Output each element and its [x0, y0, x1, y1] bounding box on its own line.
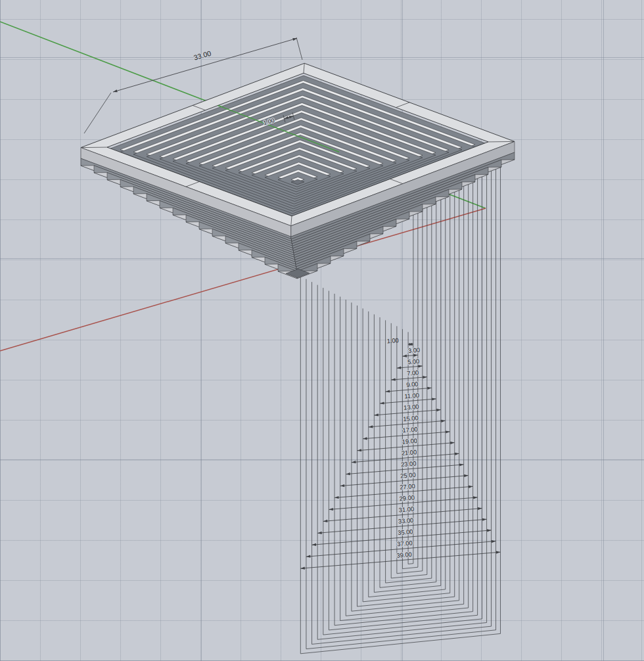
dimension-label: 1.00	[386, 337, 399, 344]
dimension-label: 5.00	[407, 358, 420, 365]
dimension-arrow	[352, 461, 356, 463]
dimension-arrow	[312, 543, 317, 546]
dimension-label: 19.00	[402, 438, 417, 445]
dimension-arrow	[403, 355, 407, 357]
dimension-arrow	[446, 430, 450, 433]
stepped-pyramid-model	[81, 63, 515, 279]
dimension-arrow	[436, 409, 441, 411]
dimension-line	[391, 377, 427, 380]
dimension-arrow	[340, 484, 345, 487]
dimension-label: 21.00	[402, 449, 417, 457]
dimension-arrow	[469, 486, 473, 488]
dimension-label: 29.00	[399, 494, 415, 502]
dimension-arrow	[423, 376, 427, 378]
curve-bottom-edge	[323, 619, 482, 635]
dimension-label: 27.00	[400, 483, 415, 491]
dimension-label: 31.00	[398, 506, 414, 514]
dimension-label: 9.00	[406, 380, 419, 388]
curve-bottom-edge	[317, 623, 486, 640]
dimension-arrow	[450, 442, 455, 444]
dimension-arrow	[427, 387, 432, 390]
cad-viewport[interactable]: 1.003.005.007.009.0011.0013.0015.0017.00…	[0, 0, 644, 661]
dimension-label: 23.00	[401, 460, 417, 468]
dimension-arrow	[292, 38, 297, 41]
dimension-arrow	[478, 507, 482, 510]
dimension-arrow	[391, 378, 396, 381]
dimension-arrow	[363, 437, 367, 440]
dimension-arrow	[323, 520, 328, 522]
dimension-arrow	[441, 420, 446, 422]
dimension-arrow	[113, 89, 118, 92]
top-edge-dimension-label: 33.00	[193, 49, 212, 62]
curve-bottom-edge	[306, 630, 496, 649]
dimension-arrow	[459, 463, 464, 466]
dimension-arrow	[317, 532, 322, 534]
curve-bottom-edge	[402, 567, 417, 568]
dimension-arrow	[482, 518, 487, 521]
curve-bottom-edge	[340, 608, 469, 621]
dimension-label: 17.00	[402, 426, 418, 434]
dimension-label: 37.00	[397, 539, 413, 547]
curve-bottom-edge	[408, 564, 413, 564]
dimension-arrow	[492, 540, 496, 543]
curve-bottom-edge	[352, 601, 459, 611]
dimension-label: 33.00	[398, 517, 414, 525]
dimension-label: 25.00	[400, 472, 416, 480]
dimension-label: 15.00	[403, 415, 419, 422]
dimension-line	[386, 388, 432, 392]
dimension-arrow	[357, 449, 362, 451]
dimension-arrow	[455, 453, 459, 455]
dimension-arrow	[346, 472, 350, 475]
dimension-arrow	[464, 474, 469, 477]
dimension-arrow	[432, 398, 436, 400]
scene-canvas[interactable]: 1.003.005.007.009.0011.0013.0015.0017.00…	[0, 0, 644, 661]
dimension-arrow	[380, 401, 384, 404]
dimension-arrow	[487, 529, 492, 532]
extension-line	[296, 37, 302, 60]
dimension-arrow	[386, 390, 390, 393]
dimension-label: 39.00	[396, 551, 412, 559]
dimension-label: 7.00	[407, 369, 419, 376]
curve-bottom-edge	[397, 571, 423, 574]
curve-bottom-edge	[369, 589, 446, 597]
curve-bottom-edge	[374, 585, 440, 592]
dimension-label: 35.00	[398, 528, 413, 536]
dimension-arrow	[374, 413, 379, 416]
curve-bottom-edge	[363, 593, 450, 602]
dimension-arrow	[334, 496, 339, 499]
dimension-label: 3.00	[408, 347, 421, 354]
curve-bottom-edge	[329, 615, 477, 630]
dimension-arrow	[306, 555, 311, 558]
curve-bottom-edge	[386, 578, 432, 583]
curve-bottom-edge	[334, 612, 473, 626]
dimension-arrow	[413, 354, 418, 357]
curve-bottom-edge	[300, 633, 500, 653]
dimension-label: 13.00	[403, 403, 419, 411]
curve-bottom-edge	[391, 574, 427, 578]
curve-bottom-edge	[357, 597, 455, 606]
extension-line	[84, 93, 111, 133]
dimension-label: 11.00	[404, 392, 419, 400]
